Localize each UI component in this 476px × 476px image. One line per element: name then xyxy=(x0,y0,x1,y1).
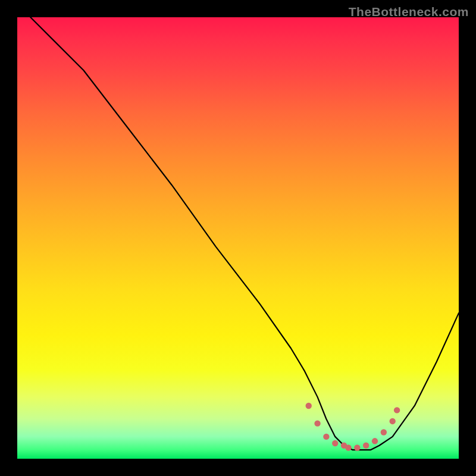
plot-gradient-background xyxy=(17,17,459,459)
chart-container: TheBottleneck.com xyxy=(0,0,476,476)
